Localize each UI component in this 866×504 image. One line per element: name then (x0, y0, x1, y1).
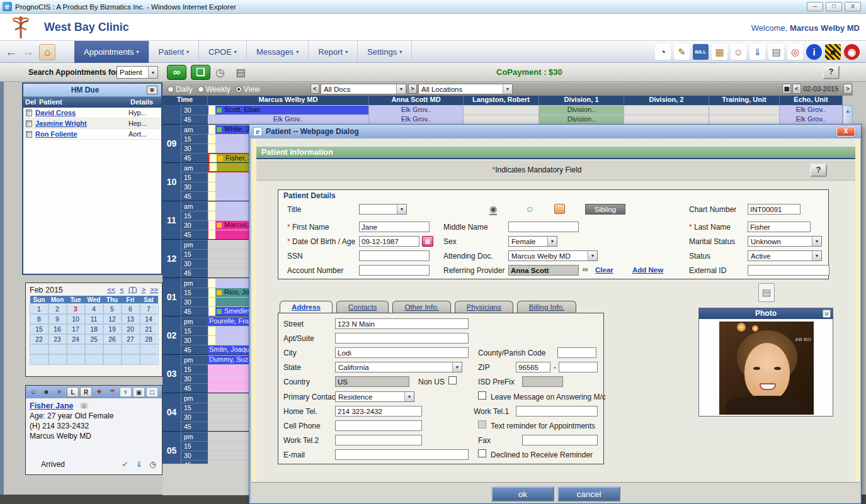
view-radio-weekly[interactable] (198, 86, 204, 92)
guarantor-icon[interactable]: ☻ (40, 387, 52, 397)
hm-due-monitor-icon[interactable]: ▣ (147, 86, 157, 94)
title-select[interactable]: ▼ (359, 204, 407, 215)
cancel-button[interactable]: cancel (557, 486, 620, 501)
calendar-day-cell[interactable] (103, 354, 122, 364)
prev-doc-button[interactable]: < (311, 84, 319, 94)
isd-prefix-input[interactable] (522, 376, 563, 387)
dob-input[interactable] (359, 236, 419, 247)
schedule-cell[interactable] (464, 105, 539, 115)
calendar-day-cell[interactable]: 13 (122, 314, 140, 324)
clear-link[interactable]: Clear (595, 266, 613, 274)
schedule-icon[interactable]: ▦ (712, 44, 727, 60)
last-name-input[interactable] (748, 221, 811, 232)
calendar-day-cell[interactable]: 16 (48, 324, 67, 334)
schedule-cell[interactable] (709, 115, 780, 124)
calendar-day-cell[interactable] (30, 354, 48, 364)
zip4-input[interactable] (559, 362, 598, 372)
referring-search-icon[interactable]: ∞ (583, 265, 588, 274)
dob-calendar-icon[interactable]: ▦ (422, 236, 433, 247)
zip-input[interactable] (516, 362, 550, 372)
patient-info-icon[interactable]: ☺ (27, 387, 39, 397)
attending-doc-select[interactable]: Marcus Welby MD ▼ (508, 250, 598, 261)
vitals-icon[interactable]: ⚕ (120, 387, 132, 397)
calendar-day-cell[interactable] (122, 344, 140, 354)
declined-reminder-checkbox[interactable] (478, 449, 486, 457)
hm-patient-link[interactable]: Jasmine Wright (35, 120, 128, 127)
status-select[interactable]: Active ▼ (748, 250, 822, 261)
calendar-day-cell[interactable]: 5 (103, 304, 122, 314)
appointment-cell[interactable]: Scott, Eban (208, 105, 369, 115)
chart-number-input[interactable] (748, 204, 800, 215)
work-tel1-input[interactable] (516, 406, 598, 417)
tab-billing-info[interactable]: Billing Info. (517, 301, 576, 313)
search-button[interactable]: ∞ (167, 65, 186, 80)
documents-icon[interactable]: ▤ (768, 44, 784, 60)
calendar-nav-link-2[interactable]: (T) (128, 286, 137, 294)
nav-item-report[interactable]: Report▾ (309, 41, 358, 63)
calendar-day-cell[interactable]: 15 (30, 324, 48, 334)
new-appointment-button[interactable]: ❑ (191, 65, 210, 80)
photo-capture-icon[interactable]: ◉ (489, 204, 497, 215)
cell-phone-input[interactable] (335, 420, 422, 431)
calendar-day-cell[interactable]: 28 (140, 334, 158, 344)
patient-name-link[interactable]: Fisher Jane (30, 401, 73, 410)
calendar-nav-link-4[interactable]: >> (150, 286, 158, 294)
delete-trash-icon[interactable] (26, 109, 32, 116)
calendar-day-cell[interactable] (140, 344, 158, 354)
calendar-day-cell[interactable] (103, 344, 122, 354)
date-picker-icon[interactable]: ▦ (782, 84, 791, 94)
dialog-close-button[interactable]: X (836, 126, 855, 137)
locations-filter-select[interactable]: All Locations ▼ (418, 84, 513, 94)
calendar-day-cell[interactable]: 20 (122, 324, 140, 334)
state-select[interactable]: California ▼ (335, 362, 462, 372)
calendar-nav-link-1[interactable]: < (120, 286, 123, 294)
calendar-day-cell[interactable] (85, 354, 103, 364)
non-us-checkbox[interactable] (448, 376, 457, 384)
calendar-day-cell[interactable] (67, 344, 85, 354)
leave-message-checkbox[interactable] (478, 391, 486, 400)
left-chart-icon[interactable]: L (67, 387, 79, 397)
calendar-day-cell[interactable]: 8 (30, 314, 48, 324)
download-icon[interactable]: ⇓ (749, 44, 765, 60)
external-id-input[interactable] (748, 265, 829, 276)
appointment-cell[interactable]: Division.. (539, 105, 624, 115)
schedule-cell[interactable] (624, 115, 709, 124)
nav-item-cpoe[interactable]: CPOE▾ (199, 41, 247, 63)
calendar-day-cell[interactable]: 21 (140, 324, 158, 334)
view-radio-daily[interactable] (168, 86, 174, 92)
calendar-nav-link-0[interactable]: << (107, 286, 115, 294)
city-input[interactable] (335, 347, 469, 358)
calendar-day-cell[interactable]: 2 (48, 304, 67, 314)
calendar-day-cell[interactable]: 6 (122, 304, 140, 314)
fax-input[interactable] (522, 435, 598, 445)
hm-patient-link[interactable]: David Cross (35, 109, 128, 116)
next-doc-button[interactable]: > (408, 84, 417, 94)
marital-status-select[interactable]: Unknown ▼ (748, 236, 822, 247)
confirm-icon[interactable]: ✔ (120, 459, 130, 469)
calendar-day-cell[interactable]: 18 (85, 324, 103, 334)
sex-select[interactable]: Female ▼ (508, 236, 557, 247)
phone-icon[interactable]: ☏ (79, 401, 89, 410)
tab-address[interactable]: Address (280, 301, 333, 313)
calendar-day-cell[interactable]: 22 (30, 334, 48, 344)
referring-provider-input[interactable] (508, 265, 579, 276)
calendar-day-cell[interactable]: 7 (140, 304, 158, 314)
calendar-day-cell[interactable] (140, 354, 158, 364)
back-icon[interactable]: ← (5, 45, 17, 59)
calendar-day-cell[interactable]: 10 (67, 314, 85, 324)
patient-notes-icon[interactable]: ▤ (758, 283, 775, 302)
calendar-day-cell[interactable] (67, 354, 85, 364)
calendar-day-cell[interactable]: 4 (85, 304, 103, 314)
appointment-cell[interactable]: Elk Grov.. (780, 105, 843, 115)
logout-icon[interactable]: ◉ (844, 44, 860, 60)
next-day-button[interactable]: > (843, 84, 852, 94)
tab-physicians[interactable]: Physicians (455, 301, 513, 313)
account-number-input[interactable] (359, 265, 430, 276)
patient-icon[interactable]: ☺ (731, 44, 746, 60)
close-window-button[interactable]: X (845, 2, 861, 11)
nav-item-appointments[interactable]: Appointments▾ (74, 41, 149, 63)
right-chart-icon[interactable]: R (80, 387, 92, 397)
checkin-icon[interactable]: ▣ (133, 387, 145, 397)
search-type-select[interactable]: Patient ▼ (117, 66, 158, 79)
appointment-cell[interactable]: Division.. (539, 115, 624, 124)
